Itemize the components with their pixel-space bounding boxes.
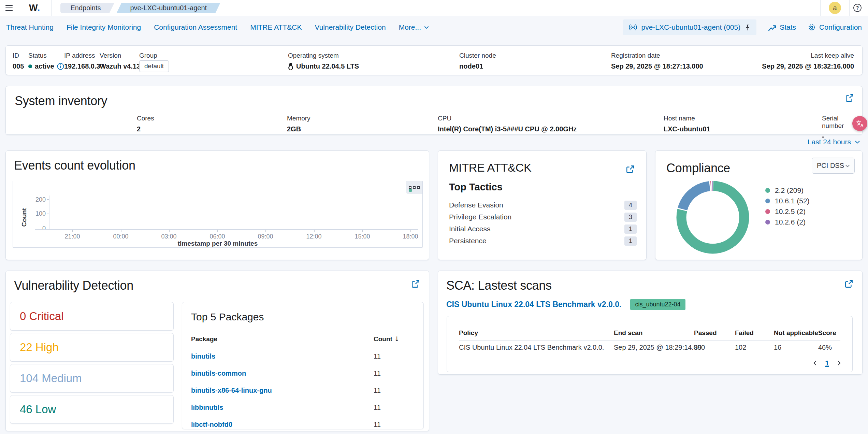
compliance-panel: Compliance PCI DSS 2.2 (209) 10.6.1 (52)…: [655, 150, 863, 260]
legend-dot: [765, 209, 770, 214]
translate-extension-badge[interactable]: A: [852, 116, 867, 131]
tactic-count-badge: 3: [624, 213, 637, 222]
top-packages-title: Top 5 Packages: [191, 311, 415, 323]
compliance-legend: 2.2 (209) 10.6.1 (52) 10.2.5 (2) 10.2.6 …: [765, 185, 810, 227]
events-title: Events count evolution: [14, 158, 135, 173]
package-link[interactable]: binutils-x86-64-linux-gnu: [191, 387, 272, 394]
agent-status-field: Status active: [28, 52, 64, 70]
next-page-icon[interactable]: [836, 360, 842, 366]
tactic-count-badge: 4: [624, 201, 637, 210]
legend-dot: [765, 188, 770, 193]
gear-icon: [808, 23, 816, 31]
y-tick: 200: [32, 196, 46, 203]
stats-button[interactable]: Stats: [768, 23, 796, 31]
broadcast-icon: [628, 24, 637, 31]
tab-configuration-assessment[interactable]: Configuration Assessment: [154, 23, 237, 31]
pin-icon: [744, 24, 751, 31]
sca-scans-table: Policy End scan Passed Failed Not applic…: [459, 327, 840, 355]
pagination: 1: [812, 359, 842, 367]
x-tick: 12:00: [300, 233, 328, 240]
top-packages-table: Package Count ↓ binutils 11 binutils-com…: [191, 332, 415, 433]
x-tick: 00:00: [107, 233, 134, 240]
sca-policy-badge: cis_ubuntu22-04: [630, 299, 685, 310]
breadcrumb-endpoints[interactable]: Endpoints: [60, 3, 115, 13]
compliance-title: Compliance: [666, 161, 730, 175]
tactic-row[interactable]: Initial Access 1: [449, 223, 637, 235]
group-chip[interactable]: default: [139, 60, 169, 72]
package-link[interactable]: binutils-common: [191, 370, 246, 377]
critical-stat-card[interactable]: 0 Critical: [10, 302, 174, 331]
pinned-agent-button[interactable]: pve-LXC-ubuntu01-agent (005): [623, 19, 757, 35]
x-tick: 06:00: [204, 233, 231, 240]
package-link[interactable]: binutils: [191, 352, 215, 360]
legend-item[interactable]: 10.6.1 (52): [765, 196, 810, 206]
previous-page-icon[interactable]: [812, 360, 818, 366]
agent-info-bar: ID005 Status active IP address192.168.0.…: [5, 45, 863, 75]
y-tick: 0: [32, 225, 46, 232]
wazuh-logo[interactable]: W.: [18, 3, 51, 13]
module-tabs-row: Threat Hunting File Integrity Monitoring…: [0, 16, 868, 39]
high-stat-card[interactable]: 22 High: [10, 333, 174, 362]
tab-vulnerability-detection[interactable]: Vulnerability Detection: [315, 23, 386, 31]
package-link[interactable]: libctf-nobfd0: [191, 421, 232, 429]
external-link-icon[interactable]: [410, 279, 421, 289]
memory-field: Memory2GB: [287, 115, 310, 133]
x-tick: 21:00: [59, 233, 86, 240]
agent-registration-field: Registration dateSep 29, 2025 @ 18:27:13…: [611, 52, 703, 70]
hostname-field: Host nameLXC-ubuntu01: [664, 115, 710, 133]
tactic-row[interactable]: Privilege Escalation 3: [449, 211, 637, 223]
tactic-row[interactable]: Defense Evasion 4: [449, 199, 637, 211]
legend-item[interactable]: 10.2.5 (2): [765, 206, 810, 217]
chart-legend-toggle-icon[interactable]: [406, 181, 422, 194]
package-link[interactable]: libbinutils: [191, 404, 223, 411]
sca-policy-link[interactable]: CIS Ubuntu Linux 22.04 LTS Benchmark v2.…: [446, 300, 621, 309]
legend-item[interactable]: 10.2.6 (2): [765, 217, 810, 227]
configuration-button[interactable]: Configuration: [808, 23, 862, 31]
framework-select[interactable]: PCI DSS: [812, 158, 855, 174]
low-stat-card[interactable]: 46 Low: [10, 395, 174, 424]
divider: [820, 0, 821, 16]
agent-ip-field: IP address192.168.0.37: [64, 52, 104, 70]
table-row: libctf-nobfd0 11: [191, 416, 415, 433]
external-link-icon[interactable]: [625, 164, 635, 175]
external-link-icon[interactable]: [844, 279, 854, 289]
user-avatar[interactable]: a: [829, 2, 841, 14]
table-header-row: Policy End scan Passed Failed Not applic…: [459, 327, 840, 341]
tab-mitre-attck[interactable]: MITRE ATT&CK: [250, 23, 302, 31]
table-row[interactable]: CIS Ubuntu Linux 22.04 LTS Benchmark v2.…: [459, 341, 840, 355]
help-icon[interactable]: ?: [850, 0, 865, 16]
chevron-down-icon: [854, 139, 860, 145]
divider: [51, 0, 52, 16]
x-tick: 03:00: [155, 233, 183, 240]
package-column-header[interactable]: Package: [191, 332, 374, 348]
chevron-down-icon: [845, 163, 850, 169]
agent-cluster-field: Cluster nodenode01: [459, 52, 496, 70]
external-link-icon[interactable]: [844, 93, 855, 103]
info-icon[interactable]: [57, 63, 64, 70]
sca-panel: SCA: Lastest scans CIS Ubuntu Linux 22.0…: [438, 271, 863, 375]
tactic-count-badge: 1: [624, 236, 637, 246]
legend-item[interactable]: 2.2 (209): [765, 185, 810, 196]
page-number[interactable]: 1: [825, 359, 829, 367]
breadcrumb-agent[interactable]: pve-LXC-ubuntu01-agent: [116, 3, 220, 13]
tab-file-integrity-monitoring[interactable]: File Integrity Monitoring: [67, 23, 141, 31]
tactic-row[interactable]: Persistence 1: [449, 235, 637, 247]
count-column-header[interactable]: Count ↓: [374, 332, 415, 348]
mitre-panel: MITRE ATT&CK Top Tactics Defense Evasion…: [438, 150, 647, 260]
x-axis-title: timestamp per 30 minutes: [13, 240, 422, 247]
tab-more[interactable]: More...: [399, 23, 429, 31]
top-tactics-subtitle: Top Tactics: [449, 182, 503, 193]
agent-os-field: Operating system Ubuntu 22.04.5 LTS: [288, 52, 359, 70]
system-inventory-title: System inventory: [15, 94, 107, 108]
top-header: W. Endpoints pve-LXC-ubuntu01-agent a ?: [0, 0, 868, 16]
linux-penguin-icon: [288, 63, 293, 70]
top-packages-card: Top 5 Packages Package Count ↓ binutils …: [182, 302, 424, 429]
tab-threat-hunting[interactable]: Threat Hunting: [6, 23, 54, 31]
table-row: binutils 11: [191, 348, 415, 365]
table-row: binutils-x86-64-linux-gnu 11: [191, 382, 415, 399]
menu-icon[interactable]: [0, 0, 18, 16]
time-range-selector[interactable]: Last 24 hours: [808, 138, 860, 146]
medium-stat-card[interactable]: 104 Medium: [10, 364, 174, 393]
compliance-donut-chart[interactable]: [675, 180, 750, 255]
agent-group-field: Group default: [139, 52, 169, 72]
